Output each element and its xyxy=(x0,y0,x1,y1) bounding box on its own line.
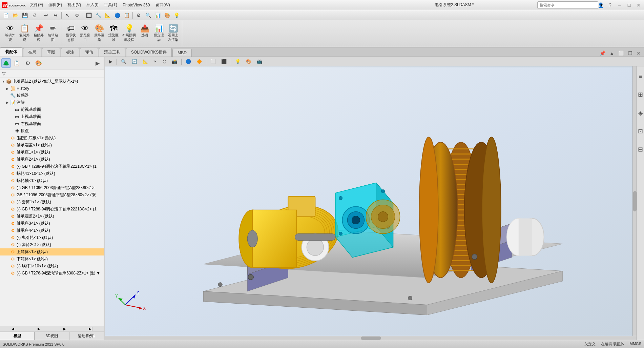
ribbon-edit-view[interactable]: 👁 编辑外观 xyxy=(3,24,17,43)
tab-evaluate[interactable]: 评估 xyxy=(80,48,98,57)
tree-part-5[interactable]: ⚙ 蜗轮41×10<1> (默认) xyxy=(0,170,104,177)
v-scroll-thumb[interactable] xyxy=(633,191,637,211)
right-icon-1[interactable]: ≡ xyxy=(638,68,644,85)
tree-part-8[interactable]: ⚙ GB / T1096-2003普通平键A型28×80<2> (乘 xyxy=(0,191,104,199)
feature-tree[interactable]: ▼ 📦 电引系统2 (默认<默认_显示状态-1>) ▶ 📜 History 🔧 … xyxy=(0,78,104,326)
tab-maximize-icon[interactable]: ⬜ xyxy=(617,50,625,57)
tree-part-lower-box[interactable]: ⚙ 下箱体<1> (默认) xyxy=(0,255,104,263)
tab-layout[interactable]: 布局 xyxy=(23,48,41,57)
tree-root[interactable]: ▼ 📦 电引系统2 (默认<默认_显示状态-1>) xyxy=(0,78,104,85)
tree-part-6[interactable]: ⚙ 蜗轮轴<1> (默认) xyxy=(0,177,104,184)
tree-part-2[interactable]: ⚙ 轴承座1<1> (默认) xyxy=(0,149,104,156)
tree-part-10[interactable]: ⚙ (-) GB / T288-94调心滚子轴承22218C<2> (1 xyxy=(0,206,104,213)
vt-section[interactable]: ⬡ xyxy=(161,58,168,65)
tree-part-9[interactable]: ⚙ (-) 套筒1<1> (默认) xyxy=(0,199,104,206)
panel-expand-arrow[interactable]: ▶ xyxy=(93,58,102,68)
tree-part-11[interactable]: ⚙ 轴承端盖2<1> (默认) xyxy=(0,213,104,220)
tab-pin-icon[interactable]: 📌 xyxy=(598,50,607,57)
vt-wireframe[interactable]: 🔶 xyxy=(194,58,204,65)
ribbon-display-state[interactable]: 🏷 显示状态标 xyxy=(64,24,78,43)
panel-icon-display[interactable]: 🎨 xyxy=(34,58,43,68)
tree-part-base[interactable]: ⚙ (固定) 底板<1> (默认) xyxy=(0,135,104,142)
ribbon-final-render[interactable]: 🎨 最终渲染 xyxy=(92,24,106,43)
ptab-motion[interactable]: 运动算例1 xyxy=(69,332,104,340)
tab-sketch[interactable]: 草图 xyxy=(42,48,60,57)
scroll-right-btn[interactable]: ▶ xyxy=(26,326,52,331)
tab-assembly[interactable]: 装配体 xyxy=(0,47,22,57)
tree-origin[interactable]: ✚ 原点 xyxy=(0,127,104,135)
ribbon-render-region[interactable]: 🗺 渲染区域 xyxy=(107,24,120,43)
vt-display-mode1[interactable]: ⬜ xyxy=(208,58,218,65)
vt-rotate[interactable]: 🔄 xyxy=(130,58,139,65)
vt-play[interactable]: ▶ xyxy=(107,58,115,65)
tb3[interactable]: 📐 xyxy=(103,11,112,20)
settings-btn[interactable]: ⚙ xyxy=(72,11,81,20)
tab-expand-icon[interactable]: ▲ xyxy=(608,50,616,57)
tb9[interactable]: 🎨 xyxy=(163,11,171,20)
ribbon-copy-view[interactable]: 📋 复制外观 xyxy=(18,24,31,43)
undo-btn[interactable]: ↩ xyxy=(42,11,50,20)
search-input[interactable] xyxy=(537,1,598,9)
ptab-3dview[interactable]: 3D视图 xyxy=(35,332,69,340)
tb4[interactable]: 🔵 xyxy=(113,11,122,20)
menu-window[interactable]: 窗口(W) xyxy=(153,0,173,10)
save-btn[interactable]: 💾 xyxy=(20,11,29,20)
vt-measure[interactable]: 📐 xyxy=(141,58,150,65)
tree-annotations[interactable]: ▶ 📝 注解 xyxy=(0,99,104,106)
right-icon-5[interactable]: ⊟ xyxy=(638,141,644,158)
tree-part-7[interactable]: ⚙ (-) GB / T1096-2003普通平键A型28×80<1> xyxy=(0,184,104,191)
tb7[interactable]: 🔍 xyxy=(144,11,152,20)
tree-part-4[interactable]: ⚙ (-) GB / T288-94调心滚子轴承22218C<1> (1 xyxy=(0,163,104,170)
tb10[interactable]: 💡 xyxy=(172,11,181,20)
tree-part-upper-box[interactable]: ⚙ 上箱体<1> (默认) xyxy=(0,248,104,255)
menu-edit[interactable]: 编辑(E) xyxy=(46,0,65,10)
tb6[interactable]: ⚙ xyxy=(134,11,143,20)
tab-markup[interactable]: 标注 xyxy=(61,48,79,57)
scroll-end-btn[interactable]: ▶| xyxy=(78,326,104,331)
redo-btn[interactable]: ↪ xyxy=(51,11,60,20)
tree-top-plane[interactable]: ▭ 上视基准面 xyxy=(0,113,104,120)
tree-part-13[interactable]: ⚙ 轴承座4<1> (默认) xyxy=(0,227,104,234)
ribbon-lighting[interactable]: 💡 布展照明度校样 xyxy=(121,24,137,43)
close-btn[interactable]: ✕ xyxy=(635,2,643,8)
right-icon-3[interactable]: ◈ xyxy=(638,104,644,121)
vt-monitor[interactable]: 📺 xyxy=(255,58,264,65)
vertical-scrollbar[interactable] xyxy=(632,66,637,336)
menu-file[interactable]: 文件(F) xyxy=(27,0,46,10)
menu-tools[interactable]: 工具(T) xyxy=(101,0,120,10)
right-icon-4[interactable]: ⊡ xyxy=(638,123,644,140)
tree-part-12[interactable]: ⚙ 轴承座3<1> (默认) xyxy=(0,220,104,227)
tree-part-15[interactable]: ⚙ (-) 套筒2<1> (默认) xyxy=(0,241,104,248)
tb5[interactable]: 📋 xyxy=(122,11,131,20)
menu-view[interactable]: 视图(V) xyxy=(65,0,84,10)
tab-mbd[interactable]: MBD xyxy=(172,49,192,57)
vt-realview[interactable]: 🎨 xyxy=(244,58,253,65)
vt-lights[interactable]: 💡 xyxy=(233,58,243,65)
menu-insert[interactable]: 插入(I) xyxy=(84,0,101,10)
tree-history[interactable]: ▶ 📜 History xyxy=(0,85,104,92)
right-icon-2[interactable]: ⊞ xyxy=(638,86,644,103)
tab-sw-addins[interactable]: SOLIDWORKS插件 xyxy=(126,48,172,57)
open-btn[interactable]: 📂 xyxy=(11,11,20,20)
vt-camera[interactable]: 📸 xyxy=(170,58,179,65)
tree-part-worm1[interactable]: ⚙ (-) 蜗杆1×10<1> (默认) xyxy=(0,263,104,270)
ribbon-options[interactable]: 📤 选项 xyxy=(138,24,151,43)
panel-icon-properties[interactable]: 📋 xyxy=(12,58,22,68)
minimize-btn[interactable]: ─ xyxy=(616,2,624,8)
maximize-btn[interactable]: □ xyxy=(625,2,633,8)
tb2[interactable]: 🔧 xyxy=(94,11,103,20)
vt-search[interactable]: 🔍 xyxy=(119,58,128,65)
menu-photoview[interactable]: PhotoView 360 xyxy=(120,0,153,10)
panel-icon-config[interactable]: ⚙ xyxy=(23,58,33,68)
viewport[interactable]: Z X Y xyxy=(105,66,644,340)
ribbon-schedule[interactable]: 📊 排定渲染 xyxy=(152,24,166,43)
vt-shaded[interactable]: 🔵 xyxy=(184,58,193,65)
ribbon-preview-win[interactable]: 👁 预览窗口 xyxy=(78,24,92,43)
tree-part-1[interactable]: ⚙ 轴承端盖<1> (默认) xyxy=(0,142,104,149)
help-btn[interactable]: ? xyxy=(606,2,614,8)
horizontal-scrollbar[interactable] xyxy=(105,336,637,340)
tab-render-tools[interactable]: 渲染工具 xyxy=(99,48,125,57)
tree-right-plane[interactable]: ▭ 右视基准面 xyxy=(0,120,104,127)
ribbon-recall-render[interactable]: 🔄 召回上次渲染 xyxy=(166,24,180,43)
select-btn[interactable]: ↖ xyxy=(63,11,72,20)
